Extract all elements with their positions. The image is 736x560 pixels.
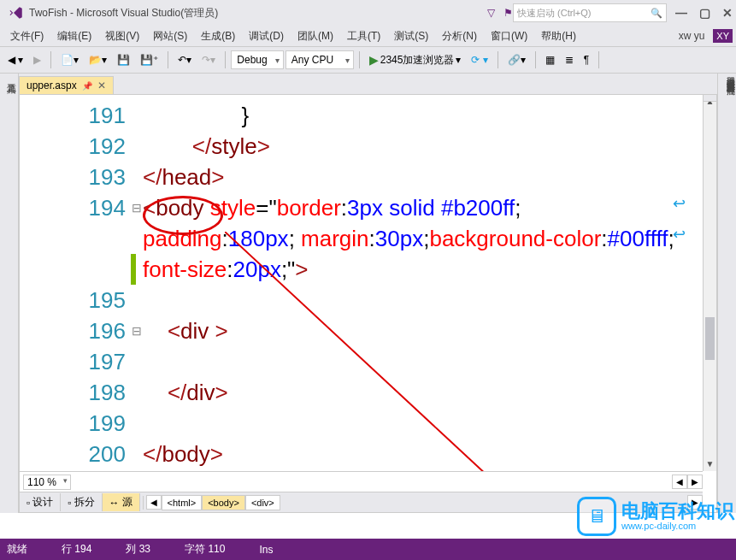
new-file-button[interactable]: 📄▾ — [56, 51, 83, 68]
main-toolbar: ◀ ▾ ▶ 📄▾ 📂▾ 💾 💾⁺ ↶▾ ↷▾ Debug Any CPU ▶ 2… — [0, 46, 736, 74]
view-switcher-bar: ▫ 设计 ▫ 拆分 ↔ 源 ◀ <html><body><div> ▶ — [20, 492, 703, 512]
document-tab-label: upper.aspx — [26, 80, 77, 91]
toolbox-panel-collapsed[interactable]: 工具箱 — [0, 74, 19, 513]
hscroll-right[interactable]: ▶ — [687, 475, 703, 489]
vs-logo-icon — [9, 5, 24, 21]
quick-launch-placeholder: 快速启动 (Ctrl+Q) — [517, 7, 591, 20]
search-icon: 🔍 — [651, 8, 662, 19]
source-view-button[interactable]: ↔ 源 — [103, 493, 140, 511]
open-file-button[interactable]: 📂▾ — [85, 51, 111, 68]
status-char: 字符 110 — [185, 542, 225, 557]
nav-fwd-button[interactable]: ▶ — [29, 51, 45, 68]
refresh-button[interactable]: ⟳ ▾ — [467, 51, 492, 68]
tool-btn-1[interactable]: ▦ — [541, 51, 559, 68]
quick-launch-input[interactable]: 快速启动 (Ctrl+Q) 🔍 — [513, 3, 667, 22]
menu-item[interactable]: 测试(S) — [387, 30, 435, 42]
status-line: 行 194 — [62, 542, 91, 557]
user-avatar-badge[interactable]: XY — [713, 29, 733, 43]
code-editor[interactable]: 191192193194195196197198199200201 ⊟⊟ } <… — [19, 94, 717, 513]
right-panels-collapsed[interactable]: 解决方案资源管理器 团队资源管理器 属性 — [717, 74, 736, 513]
platform-dropdown[interactable]: Any CPU — [286, 50, 354, 69]
change-indicator — [131, 254, 136, 285]
menu-item[interactable]: 编辑(E) — [50, 30, 98, 42]
maximize-button[interactable]: ▢ — [699, 6, 710, 20]
vertical-scrollbar[interactable]: ▲ ▼ — [703, 95, 716, 471]
breadcrumb-item[interactable]: <body> — [202, 495, 245, 510]
save-button[interactable]: 💾 — [113, 51, 134, 68]
menu-item[interactable]: 调试(D) — [242, 30, 291, 42]
start-debug-button[interactable]: ▶ 2345加速浏览器 ▾ — [365, 50, 466, 70]
menu-item[interactable]: 窗口(W) — [484, 30, 534, 42]
menu-item[interactable]: 团队(M) — [291, 30, 340, 42]
minimize-button[interactable]: ― — [675, 6, 687, 20]
titlebar: TwoFish - Microsoft Visual Studio(管理员) ▽… — [0, 0, 736, 26]
menu-item[interactable]: 帮助(H) — [534, 30, 583, 42]
breadcrumb-item[interactable]: <div> — [245, 495, 280, 510]
menu-item[interactable]: 文件(F) — [3, 30, 50, 42]
statusbar: 就绪 行 194 列 33 字符 110 Ins — [0, 539, 736, 560]
menubar: 文件(F)编辑(E)视图(V)网站(S)生成(B)调试(D)团队(M)工具(T)… — [0, 26, 736, 46]
breadcrumb-item[interactable]: <html> — [162, 495, 203, 510]
code-content[interactable]: } </style></head><body style="border:3px… — [143, 95, 703, 471]
menu-item[interactable]: 网站(S) — [146, 30, 194, 42]
tool-btn-3[interactable]: ¶ — [580, 51, 593, 68]
menu-item[interactable]: 生成(B) — [194, 30, 242, 42]
watermark-url: www.pc-daily.com — [621, 521, 734, 531]
notification-icon[interactable]: ▽ — [487, 7, 495, 19]
word-wrap-glyph-icon: ↩ — [673, 225, 686, 244]
redo-button[interactable]: ↷▾ — [197, 51, 220, 68]
menu-item[interactable]: 视图(V) — [98, 30, 146, 42]
window-title: TwoFish - Microsoft Visual Studio(管理员) — [29, 6, 218, 21]
menu-item[interactable]: 工具(T) — [340, 30, 387, 42]
undo-button[interactable]: ↶▾ — [174, 51, 196, 68]
breadcrumb-nav-right[interactable]: ▶ — [687, 495, 703, 510]
menu-item[interactable]: 分析(N) — [435, 30, 484, 42]
nav-back-button[interactable]: ◀ ▾ — [3, 51, 27, 68]
status-ins: Ins — [259, 544, 273, 556]
tool-btn-2[interactable]: ≣ — [561, 51, 578, 68]
design-view-button[interactable]: ▫ 设计 — [20, 493, 61, 511]
word-wrap-glyph-icon: ↩ — [673, 194, 686, 213]
split-handle[interactable] — [704, 95, 716, 102]
scroll-thumb[interactable] — [705, 317, 715, 360]
feedback-icon[interactable]: ⚑ — [503, 7, 513, 19]
zoom-dropdown[interactable]: 110 % — [23, 475, 71, 490]
document-tab-well: upper.aspx 📌 ✕ — [19, 74, 717, 94]
line-number-gutter: 191192193194195196197198199200201 — [20, 95, 131, 471]
hscroll-left[interactable]: ◀ — [672, 475, 687, 489]
scroll-down-arrow[interactable]: ▼ — [704, 457, 716, 471]
signed-in-user[interactable]: xw yu — [674, 30, 710, 42]
browser-link-button[interactable]: 🔗▾ — [503, 51, 530, 68]
close-button[interactable]: ✕ — [722, 6, 733, 20]
document-tab[interactable]: upper.aspx 📌 ✕ — [19, 76, 114, 94]
zoom-bar: 110 % ◀ ▶ — [20, 471, 703, 492]
split-view-button[interactable]: ▫ 拆分 — [61, 493, 102, 511]
status-col: 列 33 — [126, 542, 150, 557]
config-dropdown[interactable]: Debug — [231, 50, 283, 69]
save-all-button[interactable]: 💾⁺ — [136, 51, 162, 68]
status-ready: 就绪 — [7, 542, 27, 557]
close-tab-icon[interactable]: ✕ — [97, 80, 106, 91]
pin-icon[interactable]: 📌 — [82, 81, 92, 91]
breadcrumb-nav-left[interactable]: ◀ — [146, 495, 162, 510]
